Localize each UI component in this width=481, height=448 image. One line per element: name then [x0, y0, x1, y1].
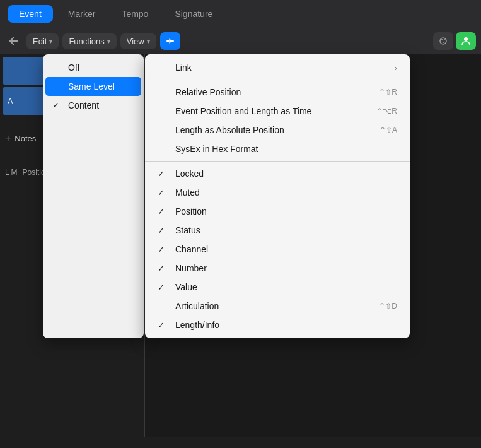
menu-item-locked[interactable]: ✓ Locked — [145, 164, 410, 183]
tab-marker[interactable]: Marker — [57, 5, 107, 23]
shortcut-relative-position: ⌃⇧R — [379, 88, 397, 97]
check-status: ✓ — [158, 226, 170, 235]
user-icon-button[interactable] — [456, 32, 476, 50]
functions-button[interactable]: Functions ▾ — [62, 33, 116, 49]
menu-item-length-info[interactable]: ✓ Length/Info — [145, 315, 410, 334]
menu-item-length-absolute[interactable]: Length as Absolute Position ⌃⇧A — [145, 121, 410, 139]
tab-event[interactable]: Event — [8, 5, 53, 23]
check-number: ✓ — [158, 264, 170, 273]
menu-item-status[interactable]: ✓ Status — [145, 221, 410, 240]
svg-point-2 — [440, 38, 446, 44]
svg-point-3 — [441, 39, 443, 40]
check-muted: ✓ — [158, 188, 170, 197]
check-value: ✓ — [158, 283, 170, 292]
menu-item-position[interactable]: ✓ Position — [145, 202, 410, 221]
check-content: ✓ — [53, 101, 63, 110]
check-position: ✓ — [158, 207, 170, 216]
notes-label: Notes — [14, 134, 36, 143]
tab-bar: Event Marker Tempo Signature — [0, 0, 481, 28]
tab-signature[interactable]: Signature — [163, 5, 224, 23]
menu-item-number[interactable]: ✓ Number — [145, 259, 410, 278]
palette-icon-button[interactable] — [433, 32, 453, 50]
main-area: A + Notes L M Position Off Same Level — [0, 54, 481, 437]
svg-point-5 — [443, 42, 444, 43]
edit-caret: ▾ — [49, 38, 52, 45]
svg-point-6 — [464, 37, 468, 41]
track-2-label: A — [8, 97, 13, 106]
menu-item-channel[interactable]: ✓ Channel — [145, 240, 410, 259]
dropdown-overlay: Off Same Level ✓ Content Link › — [43, 54, 410, 338]
merge-icon-button[interactable] — [160, 32, 180, 50]
menu-item-content[interactable]: ✓ Content — [43, 96, 144, 115]
menu-item-link[interactable]: Link › — [145, 58, 410, 77]
right-dropdown: Link › Relative Position ⌃⇧R Event Posit… — [145, 54, 410, 338]
check-length-info: ✓ — [158, 321, 170, 330]
separator-2 — [145, 161, 410, 162]
shortcut-event-position: ⌃⌥R — [376, 107, 397, 115]
left-dropdown: Off Same Level ✓ Content — [43, 54, 144, 338]
menu-item-value[interactable]: ✓ Value — [145, 278, 410, 297]
lm-label: L M — [5, 168, 18, 177]
check-channel: ✓ — [158, 245, 170, 254]
check-locked: ✓ — [158, 169, 170, 179]
back-button[interactable] — [5, 32, 23, 50]
shortcut-articulation: ⌃⇧D — [379, 302, 397, 310]
separator-1 — [145, 80, 410, 80]
menu-item-off[interactable]: Off — [43, 58, 144, 77]
edit-button[interactable]: Edit ▾ — [26, 33, 59, 49]
toolbar: Edit ▾ Functions ▾ View ▾ — [0, 28, 481, 54]
menu-item-muted[interactable]: ✓ Muted — [145, 183, 410, 202]
svg-rect-0 — [166, 40, 170, 42]
menu-item-sysex[interactable]: SysEx in Hex Format — [145, 139, 410, 158]
menu-item-relative-position[interactable]: Relative Position ⌃⇧R — [145, 83, 410, 102]
tab-tempo[interactable]: Tempo — [110, 5, 159, 23]
menu-item-articulation[interactable]: Articulation ⌃⇧D — [145, 297, 410, 315]
menu-item-same-level[interactable]: Same Level — [45, 77, 141, 96]
functions-caret: ▾ — [107, 38, 110, 45]
link-chevron: › — [395, 63, 397, 73]
view-caret: ▾ — [147, 38, 150, 45]
view-button[interactable]: View ▾ — [120, 33, 156, 49]
svg-point-4 — [444, 39, 445, 40]
menu-item-event-position[interactable]: Event Position and Length as Time ⌃⌥R — [145, 102, 410, 121]
shortcut-length-absolute: ⌃⇧A — [380, 126, 397, 134]
add-notes-icon[interactable]: + — [5, 133, 11, 144]
